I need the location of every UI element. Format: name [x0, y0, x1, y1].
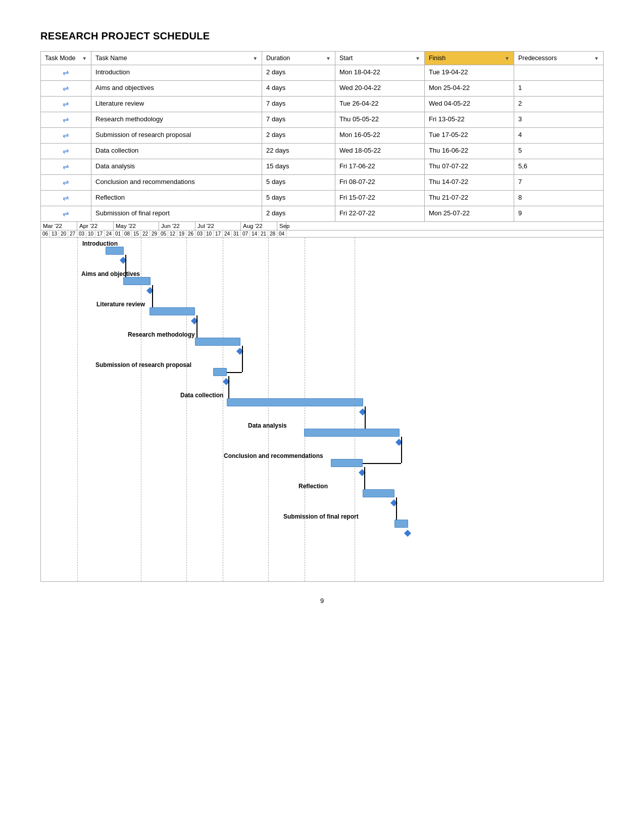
predecessors-cell: [514, 65, 603, 81]
predecessors-cell: 1: [514, 81, 603, 97]
finish-cell: Mon 25-04-22: [424, 81, 514, 97]
gantt-bar: [394, 520, 408, 528]
table-row: ⇌ Data collection 22 days Wed 18-05-22 T…: [41, 144, 604, 159]
predecessors-cell: 3: [514, 112, 603, 128]
task-mode-icon: ⇌: [63, 131, 69, 140]
timeline-day: 12: [168, 230, 177, 237]
task-name-cell: Reflection: [91, 191, 262, 206]
timeline-days: 0613202703101724010815222905121926031017…: [41, 230, 603, 237]
vline-5: [268, 238, 269, 581]
start-dropdown-icon[interactable]: ▼: [415, 56, 420, 61]
vline-7: [355, 238, 355, 581]
timeline-month: Apr '22: [77, 222, 114, 230]
finish-cell: Tue 17-05-22: [424, 128, 514, 144]
timeline-day: 01: [114, 230, 123, 237]
predecessors-cell: 7: [514, 175, 603, 191]
gantt-bar: [150, 307, 195, 315]
timeline-day: 29: [150, 230, 159, 237]
timeline-day: 07: [241, 230, 250, 237]
table-row: ⇌ Research methodology 7 days Thu 05-05-…: [41, 112, 604, 128]
col-header-predecessors[interactable]: Predecessors ▼: [514, 52, 603, 65]
timeline-day: 20: [59, 230, 68, 237]
task-mode-dropdown-icon[interactable]: ▼: [82, 56, 87, 61]
task-mode-icon: ⇌: [63, 68, 69, 77]
timeline-month: May '22: [114, 222, 159, 230]
duration-cell: 4 days: [262, 81, 335, 97]
col-header-finish[interactable]: Finish ▼: [424, 52, 514, 65]
duration-cell: 2 days: [262, 206, 335, 222]
timeline-day: 26: [186, 230, 195, 237]
timeline-day: 19: [177, 230, 186, 237]
timeline-month: Mar '22: [41, 222, 77, 230]
predecessors-cell: 5: [514, 144, 603, 159]
vline-6: [305, 238, 305, 581]
gantt-bar: [123, 277, 151, 285]
gantt-bar: [331, 459, 363, 467]
timeline-day: 22: [141, 230, 150, 237]
task-name-cell: Conclusion and recommendations: [91, 175, 262, 191]
gantt-bar-label: Submission of research proposal: [95, 361, 191, 368]
gantt-bar: [363, 489, 394, 497]
duration-cell: 22 days: [262, 144, 335, 159]
task-name-cell: Submission of final report: [91, 206, 262, 222]
gantt-bar-label: Reflection: [299, 483, 328, 490]
task-mode-icon: ⇌: [63, 162, 69, 171]
col-header-task-name[interactable]: Task Name ▼: [91, 52, 262, 65]
finish-cell: Thu 16-06-22: [424, 144, 514, 159]
task-mode-cell: ⇌: [41, 112, 91, 128]
gantt-bar-label: Submission of final report: [283, 513, 359, 520]
timeline-day: 27: [68, 230, 77, 237]
col-header-duration[interactable]: Duration ▼: [262, 52, 335, 65]
gantt-bar-label: Research methodology: [128, 331, 195, 338]
finish-cell: Thu 07-07-22: [424, 159, 514, 175]
timeline-month: Aug '22: [241, 222, 277, 230]
finish-dropdown-icon[interactable]: ▼: [505, 56, 510, 61]
duration-dropdown-icon[interactable]: ▼: [326, 56, 331, 61]
page-number: 9: [40, 597, 604, 605]
start-cell: Thu 05-05-22: [335, 112, 424, 128]
gantt-milestone: [404, 530, 411, 537]
task-name-cell: Research methodology: [91, 112, 262, 128]
predecessors-dropdown-icon[interactable]: ▼: [594, 56, 599, 61]
finish-cell: Thu 21-07-22: [424, 191, 514, 206]
task-name-cell: Data analysis: [91, 159, 262, 175]
timeline-month: Jun '22: [159, 222, 195, 230]
task-mode-cell: ⇌: [41, 128, 91, 144]
gantt-bar: [213, 368, 227, 376]
task-mode-icon: ⇌: [63, 194, 69, 202]
task-mode-cell: ⇌: [41, 206, 91, 222]
start-cell: Fri 22-07-22: [335, 206, 424, 222]
gantt-bar: [227, 398, 363, 406]
task-mode-cell: ⇌: [41, 159, 91, 175]
vline-3: [186, 238, 187, 581]
gantt-bar: [304, 429, 400, 437]
vline-4: [223, 238, 223, 581]
duration-cell: 2 days: [262, 128, 335, 144]
col-header-start[interactable]: Start ▼: [335, 52, 424, 65]
table-row: ⇌ Data analysis 15 days Fri 17-06-22 Thu…: [41, 159, 604, 175]
timeline-day: 03: [195, 230, 205, 237]
timeline-day: 24: [223, 230, 232, 237]
gantt-bar-label: Data analysis: [248, 422, 287, 429]
vline-2: [141, 238, 141, 581]
timeline-day: 17: [95, 230, 105, 237]
task-name-dropdown-icon[interactable]: ▼: [253, 56, 258, 61]
gantt-bar: [106, 247, 124, 255]
start-cell: Wed 20-04-22: [335, 81, 424, 97]
gantt-bar: [195, 338, 240, 346]
timeline-day: 14: [250, 230, 259, 237]
task-mode-cell: ⇌: [41, 191, 91, 206]
predecessors-cell: 2: [514, 97, 603, 112]
timeline-month: Sep: [277, 222, 286, 230]
vline-1: [77, 238, 78, 581]
table-row: ⇌ Conclusion and recommendations 5 days …: [41, 175, 604, 191]
table-row: ⇌ Reflection 5 days Fri 15-07-22 Thu 21-…: [41, 191, 604, 206]
task-name-cell: Aims and objectives: [91, 81, 262, 97]
col-header-task-mode[interactable]: Task Mode ▼: [41, 52, 91, 65]
start-cell: Fri 17-06-22: [335, 159, 424, 175]
duration-cell: 7 days: [262, 97, 335, 112]
gantt-bar-label: Data collection: [180, 392, 223, 399]
timeline-day: 13: [50, 230, 59, 237]
task-mode-icon: ⇌: [63, 115, 69, 124]
start-cell: Mon 16-05-22: [335, 128, 424, 144]
